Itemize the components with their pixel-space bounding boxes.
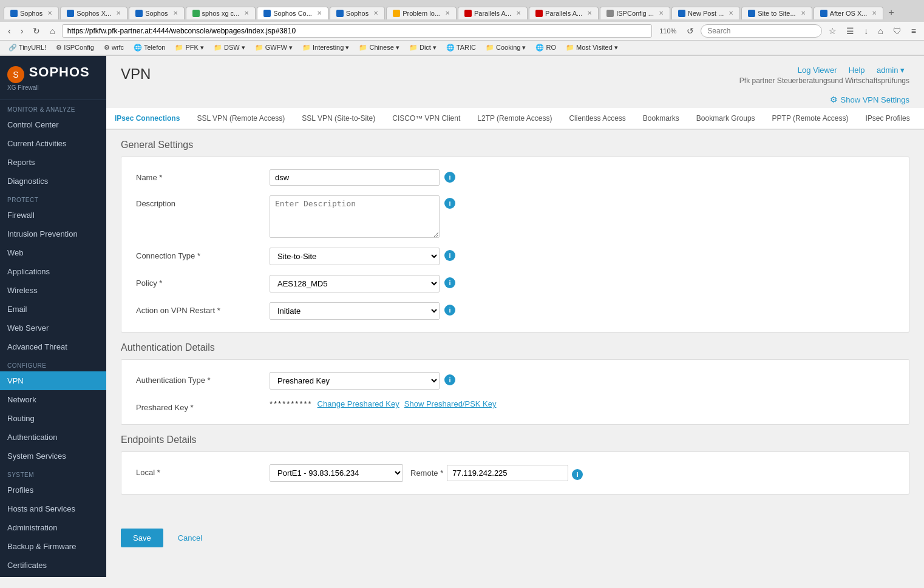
policy-info-icon[interactable]: i xyxy=(444,277,455,288)
name-input[interactable] xyxy=(270,169,440,186)
sidebar-item-advanced-threat[interactable]: Advanced Threat xyxy=(0,337,106,356)
tab-8[interactable]: Parallels A...✕ xyxy=(458,7,528,19)
connection-type-select[interactable]: Site-to-Site Host-to-Host Tunnel Interfa… xyxy=(270,248,440,265)
description-info-icon[interactable]: i xyxy=(444,198,455,209)
tab-l2tp[interactable]: L2TP (Remote Access) xyxy=(469,108,560,130)
tab-clientless-access[interactable]: Clientless Access xyxy=(560,108,634,130)
bm-chinese[interactable]: 📁 Chinese ▾ xyxy=(355,42,403,53)
sidebar-item-web-server[interactable]: Web Server xyxy=(0,319,106,337)
sidebar-item-web[interactable]: Web xyxy=(0,243,106,262)
tab-3[interactable]: Sophos✕ xyxy=(129,7,184,19)
bm-ro[interactable]: 🌐 RO xyxy=(532,42,560,53)
bm-most-visited[interactable]: 📁 Most Visited ▾ xyxy=(562,42,622,53)
home-icon[interactable]: ⌂ xyxy=(875,25,886,37)
tab-ssl-vpn-site[interactable]: SSL VPN (Site-to-Site) xyxy=(293,108,384,130)
action-info-icon[interactable]: i xyxy=(444,305,455,316)
bm-pfk[interactable]: 📁 PFK ▾ xyxy=(171,42,208,53)
reader-icon[interactable]: ☰ xyxy=(843,25,857,37)
browser-search-input[interactable] xyxy=(701,24,822,38)
sidebar-item-firewall[interactable]: Firewall xyxy=(0,206,106,225)
home-button[interactable]: ⌂ xyxy=(47,25,58,37)
sidebar-item-routing[interactable]: Routing xyxy=(0,409,106,428)
tab-bookmarks[interactable]: Bookmarks xyxy=(634,108,688,130)
connection-type-field: Site-to-Site Host-to-Host Tunnel Interfa… xyxy=(270,248,894,265)
bookmark-star-icon[interactable]: ☆ xyxy=(826,25,840,37)
local-endpoint-select[interactable]: PortE1 - 93.83.156.234 PortE2 PortE3 xyxy=(270,464,403,482)
sidebar-item-hosts-services[interactable]: Hosts and Services xyxy=(0,499,106,518)
tab-ipsec-profiles[interactable]: IPsec Profiles xyxy=(857,108,918,130)
sidebar-item-certificates[interactable]: Certificates xyxy=(0,556,106,575)
section-label-system: SYSTEM xyxy=(0,465,106,481)
tab-9[interactable]: Parallels A...✕ xyxy=(529,7,599,19)
show-vpn-settings-button[interactable]: ⚙ Show VPN Settings xyxy=(830,95,909,104)
sidebar-item-wireless[interactable]: Wireless xyxy=(0,281,106,300)
connection-type-info-icon[interactable]: i xyxy=(444,250,455,261)
sidebar-item-control-center[interactable]: Control Center xyxy=(0,115,106,134)
auth-type-info-icon[interactable]: i xyxy=(444,374,455,385)
tab-12[interactable]: Site to Site...✕ xyxy=(741,7,812,19)
bm-gwfw[interactable]: 📁 GWFW ▾ xyxy=(251,42,296,53)
menu-icon[interactable]: ≡ xyxy=(908,25,919,37)
sidebar-item-intrusion-prevention[interactable]: Intrusion Prevention xyxy=(0,225,106,243)
log-viewer-link[interactable]: Log Viewer xyxy=(798,66,837,75)
tab-5-active[interactable]: Sophos Co...✕ xyxy=(257,7,328,19)
tab-2[interactable]: Sophos X...✕ xyxy=(60,7,127,19)
forward-button[interactable]: › xyxy=(18,25,27,37)
sidebar-item-vpn[interactable]: VPN xyxy=(0,371,106,390)
action-select[interactable]: Initiate Respond Only Disable xyxy=(270,302,440,320)
sidebar-item-profiles[interactable]: Profiles xyxy=(0,481,106,499)
bm-dsw[interactable]: 📁 DSW ▾ xyxy=(210,42,249,53)
tab-13[interactable]: After OS X...✕ xyxy=(814,7,884,19)
remote-input[interactable] xyxy=(447,465,568,481)
remote-info-icon[interactable]: i xyxy=(572,469,583,480)
show-preshared-key-button[interactable]: Show Preshared/PSK Key xyxy=(404,399,497,408)
tab-ssl-vpn-remote[interactable]: SSL VPN (Remote Access) xyxy=(188,108,293,130)
tab-cisco-vpn[interactable]: CISCO™ VPN Client xyxy=(384,108,469,130)
page-title: VPN xyxy=(121,66,151,83)
help-link[interactable]: Help xyxy=(849,66,865,75)
tab-6[interactable]: Sophos✕ xyxy=(330,7,385,19)
name-info-icon[interactable]: i xyxy=(444,172,455,183)
tab-ipsec-connections[interactable]: IPsec Connections xyxy=(106,108,188,130)
cancel-button[interactable]: Cancel xyxy=(171,529,209,547)
general-settings-heading: General Settings xyxy=(121,140,909,150)
save-button[interactable]: Save xyxy=(121,529,163,547)
tab-4[interactable]: sphos xg c...✕ xyxy=(186,7,256,19)
address-input[interactable] xyxy=(62,24,652,38)
admin-link[interactable]: admin ▾ xyxy=(877,66,905,75)
bm-taric[interactable]: 🌐 TARIC xyxy=(443,42,480,53)
refresh-button[interactable]: ↺ xyxy=(684,25,697,37)
bm-wrfc[interactable]: ⚙ wrfc xyxy=(100,42,127,53)
policy-select[interactable]: AES128_MD5 AES256_SHA 3DES_MD5 xyxy=(270,275,440,292)
bm-telefon[interactable]: 🌐 Telefon xyxy=(130,42,169,53)
new-tab-button[interactable]: + xyxy=(885,7,897,18)
tab-7[interactable]: Problem lo...✕ xyxy=(386,7,457,19)
bm-tinyurl[interactable]: 🔗 TinyURL! xyxy=(5,42,50,53)
auth-type-select[interactable]: Preshared Key Digital Certificate RSA Ke… xyxy=(270,372,440,390)
tab-10[interactable]: ISPConfig ...✕ xyxy=(600,7,670,19)
sidebar-item-email[interactable]: Email xyxy=(0,300,106,319)
tab-pptp[interactable]: PPTP (Remote Access) xyxy=(764,108,857,130)
back-button[interactable]: ‹ xyxy=(5,25,14,37)
sidebar-item-applications[interactable]: Applications xyxy=(0,262,106,281)
reload-button[interactable]: ↻ xyxy=(30,25,43,37)
sidebar-item-network[interactable]: Network xyxy=(0,390,106,409)
tab-bookmark-groups[interactable]: Bookmark Groups xyxy=(688,108,764,130)
change-preshared-key-button[interactable]: Change Preshared Key xyxy=(318,399,399,408)
tab-11[interactable]: New Post ...✕ xyxy=(671,7,740,19)
sidebar-item-system-services[interactable]: System Services xyxy=(0,447,106,465)
download-icon[interactable]: ↓ xyxy=(861,25,871,37)
sidebar-item-authentication[interactable]: Authentication xyxy=(0,428,106,447)
bm-ispconfig[interactable]: ⚙ ISPConfig xyxy=(52,42,98,53)
tab-1[interactable]: Sophos✕ xyxy=(4,7,59,19)
sidebar-item-diagnostics[interactable]: Diagnostics xyxy=(0,172,106,191)
bm-dict[interactable]: 📁 Dict ▾ xyxy=(406,42,440,53)
bm-interesting[interactable]: 📁 Interesting ▾ xyxy=(299,42,353,53)
description-input[interactable] xyxy=(270,195,440,238)
sidebar-item-reports[interactable]: Reports xyxy=(0,153,106,172)
bm-cooking[interactable]: 📁 Cooking ▾ xyxy=(482,42,529,53)
sidebar-item-backup-firmware[interactable]: Backup & Firmware xyxy=(0,537,106,556)
shield-icon[interactable]: 🛡 xyxy=(890,25,905,37)
sidebar-item-current-activities[interactable]: Current Activities xyxy=(0,134,106,153)
sidebar-item-administration[interactable]: Administration xyxy=(0,518,106,537)
